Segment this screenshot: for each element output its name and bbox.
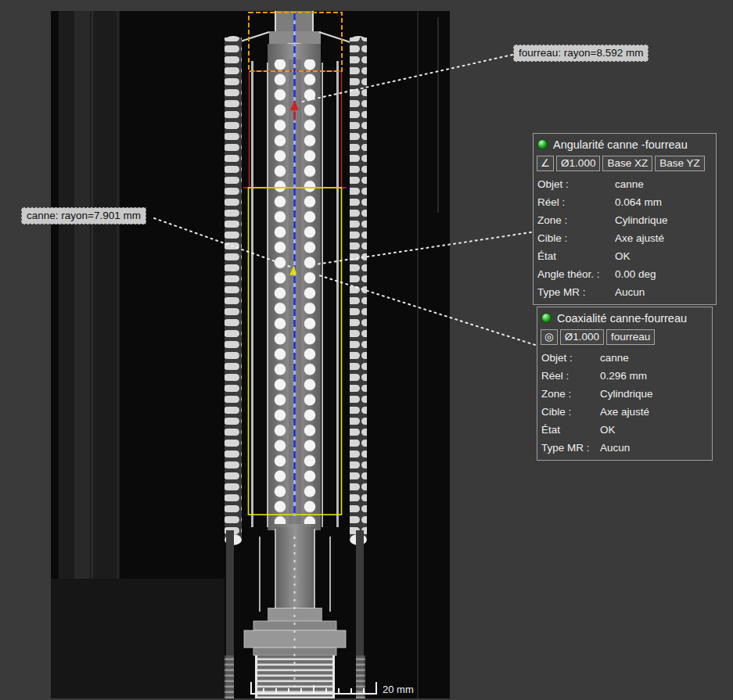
row-label: Zone : (537, 214, 615, 226)
row-zone: Zone : Cylindrique (537, 385, 712, 403)
row-reel: Réel : 0.064 mm (534, 193, 716, 211)
panel-title: Angularité canne -fourreau (553, 138, 688, 151)
row-label: Zone : (541, 388, 600, 400)
coaxiality-icon[interactable]: ◎ (541, 329, 558, 345)
row-cible: Cible : Axe ajusté (537, 403, 712, 421)
panel-coaxialite-toolbar: ◎ Ø1.000 fourreau (537, 328, 712, 348)
ct-background (51, 11, 450, 698)
base-xz-button[interactable]: Base XZ (602, 156, 652, 171)
panel-coaxialite-header: Coaxialité canne-fourreau (537, 307, 712, 328)
row-label: Cible : (541, 406, 600, 418)
row-value: OK (600, 424, 616, 436)
angularity-icon[interactable]: ∠ (537, 156, 554, 171)
row-value: Cylindrique (615, 214, 668, 226)
status-ok-icon (541, 313, 552, 323)
row-label: Objet : (537, 178, 615, 190)
row-value: Axe ajusté (615, 232, 664, 244)
callout-canne-radius[interactable]: canne: rayon=7.901 mm (21, 207, 146, 224)
scale-label: 20 mm (383, 684, 414, 695)
callout-fourreau-radius[interactable]: fourreau: rayon=8.592 mm (513, 45, 649, 62)
row-etat: État OK (537, 421, 712, 439)
panel-angularite[interactable]: Angularité canne -fourreau ∠ Ø1.000 Base… (533, 133, 717, 305)
row-label: État (541, 424, 600, 436)
row-cible: Cible : Axe ajusté (534, 229, 716, 247)
row-objet: Objet : canne (537, 349, 712, 367)
panel-coaxialite-rows: Objet : canne Réel : 0.296 mm Zone : Cyl… (537, 348, 712, 460)
row-value: canne (600, 352, 629, 364)
row-type-mr: Type MR : Aucun (534, 283, 716, 301)
datum-fourreau-button[interactable]: fourreau (606, 329, 655, 345)
row-reel: Réel : 0.296 mm (537, 367, 712, 385)
row-value: OK (615, 250, 631, 262)
panel-coaxialite[interactable]: Coaxialité canne-fourreau ◎ Ø1.000 fourr… (537, 307, 713, 461)
row-value: Cylindrique (600, 388, 653, 400)
row-value: Aucun (615, 286, 645, 298)
row-etat: État OK (534, 247, 716, 265)
base-yz-button[interactable]: Base YZ (655, 156, 705, 171)
row-value: canne (615, 178, 644, 190)
row-value: 0.064 mm (615, 196, 662, 208)
row-zone: Zone : Cylindrique (534, 211, 716, 229)
row-objet: Objet : canne (534, 175, 716, 193)
row-value: 0.296 mm (600, 370, 647, 382)
panel-angularite-toolbar: ∠ Ø1.000 Base XZ Base YZ (534, 155, 716, 174)
row-value: Axe ajusté (600, 406, 649, 418)
panel-angularite-rows: Objet : canne Réel : 0.064 mm Zone : Cyl… (534, 174, 716, 304)
row-label: Réel : (541, 370, 600, 382)
panel-title: Coaxialité canne-fourreau (557, 312, 687, 325)
row-value: Aucun (600, 442, 630, 454)
row-label: Objet : (541, 352, 600, 364)
tolerance-diameter-button[interactable]: Ø1.000 (556, 156, 600, 171)
row-angle-theorique: Angle théor. : 0.00 deg (534, 265, 716, 283)
row-label: Type MR : (537, 286, 615, 298)
row-value: 0.00 deg (615, 268, 656, 280)
status-ok-icon (537, 139, 548, 149)
row-type-mr: Type MR : Aucun (537, 439, 712, 457)
app-root: { "viewer": { "scale_label": "20 mm" }, … (0, 0, 733, 700)
row-label: État (537, 250, 615, 262)
tolerance-diameter-button[interactable]: Ø1.000 (560, 329, 604, 345)
row-label: Cible : (537, 232, 615, 244)
row-label: Angle théor. : (537, 268, 615, 280)
panel-angularite-header: Angularité canne -fourreau (534, 134, 716, 155)
ct-scan-viewport: 20 mm (51, 11, 450, 698)
row-label: Réel : (537, 196, 615, 208)
row-label: Type MR : (541, 442, 600, 454)
